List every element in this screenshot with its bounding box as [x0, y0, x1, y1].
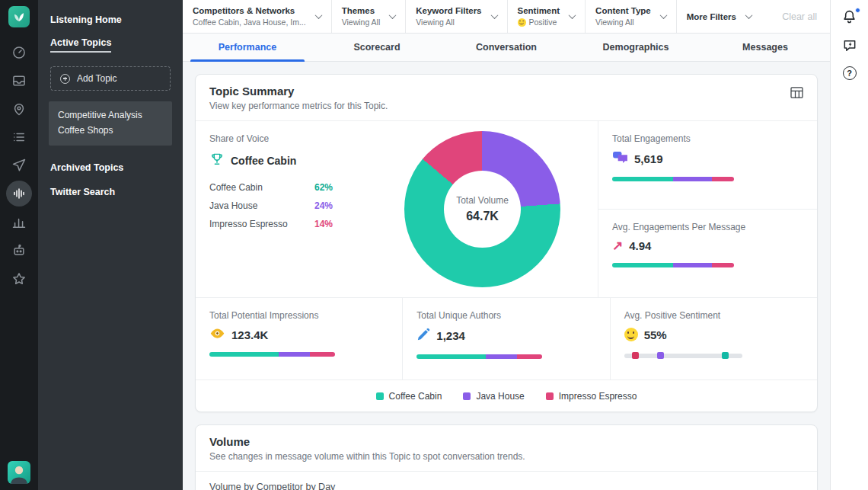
- positive-smiley-icon: [518, 18, 526, 27]
- sidebar-item-active-topics[interactable]: Active Topics: [50, 37, 111, 53]
- filter-themes[interactable]: Themes Viewing All: [332, 0, 407, 33]
- legend-coffee-cabin[interactable]: Coffee Cabin: [376, 391, 442, 402]
- unique-authors-bar: [416, 354, 542, 359]
- assistant-bubble-icon[interactable]: [842, 38, 857, 53]
- tab-conversation[interactable]: Conversation: [442, 34, 571, 61]
- total-engagements-value: 5,619: [634, 152, 663, 165]
- bell-icon[interactable]: [841, 9, 857, 25]
- smiley-icon: [624, 328, 638, 341]
- selected-topic-line2: Coffee Shops: [58, 123, 163, 139]
- user-avatar[interactable]: [8, 461, 30, 484]
- trophy-icon: [209, 152, 225, 170]
- tab-demographics[interactable]: Demographics: [571, 34, 700, 61]
- main-content: Competitors & Networks Coffee Cabin, Jav…: [183, 0, 830, 490]
- plus-icon: [60, 74, 70, 84]
- total-engagements-bar: [612, 177, 734, 181]
- tab-performance[interactable]: Performance: [183, 34, 312, 61]
- sidebar-item-selected-topic[interactable]: Competitive Analysis Coffee Shops: [49, 101, 172, 146]
- pin-icon[interactable]: [5, 94, 33, 123]
- positive-sentiment-metric: Avg. Positive Sentiment 55%: [610, 298, 817, 380]
- help-icon[interactable]: ?: [843, 66, 857, 80]
- impressions-metric: Total Potential Impressions 123.4K: [196, 298, 402, 380]
- sentiment-slider: [624, 354, 742, 358]
- filter-competitors-networks[interactable]: Competitors & Networks Coffee Cabin, Jav…: [183, 0, 332, 33]
- share-of-voice-leader: Coffee Cabin: [231, 155, 296, 167]
- tab-scorecard[interactable]: Scorecard: [312, 34, 442, 61]
- chevron-down-icon: [659, 11, 667, 19]
- chevron-down-icon: [569, 11, 576, 19]
- report-content: Topic Summary View key performance metri…: [183, 62, 830, 490]
- chevron-down-icon: [314, 11, 322, 19]
- topic-summary-card: Topic Summary View key performance metri…: [195, 74, 818, 412]
- sidebar-item-archived-topics[interactable]: Archived Topics: [38, 146, 183, 176]
- sentiment-knob-positive[interactable]: [722, 352, 729, 359]
- add-topic-label: Add Topic: [77, 73, 116, 84]
- topic-summary-subtitle: View key performance metrics for this To…: [209, 101, 388, 111]
- filter-more-filters[interactable]: More Filters: [677, 0, 761, 33]
- app-icon-rail: [0, 0, 38, 490]
- avg-engagements-value: 4.94: [629, 239, 651, 252]
- total-volume-donut-chart[interactable]: Total Volume 64.7K: [404, 131, 560, 287]
- list-icon[interactable]: [5, 123, 33, 151]
- sov-row-impresso-espresso[interactable]: Impresso Espresso 14%: [209, 219, 333, 229]
- chevron-down-icon: [490, 11, 498, 19]
- chevron-down-icon: [745, 11, 752, 19]
- topic-summary-title: Topic Summary: [209, 85, 388, 98]
- unique-authors-metric: Total Unique Authors 1,234: [402, 298, 609, 380]
- teal-swatch: [376, 392, 384, 400]
- competitor-legend: Coffee Cabin Java House Impresso Espress…: [196, 380, 817, 412]
- pencil-icon: [416, 328, 430, 344]
- pink-swatch: [546, 392, 554, 400]
- share-of-voice-label: Share of Voice: [209, 133, 367, 144]
- total-engagements-metric: Total Engagements 5,619: [598, 121, 817, 209]
- filter-keyword-filters[interactable]: Keyword Filters Viewing All: [406, 0, 507, 33]
- eye-icon: [209, 328, 225, 341]
- send-icon[interactable]: [5, 151, 33, 179]
- avg-engagements-metric: Avg. Engagements Per Message ↗ 4.94: [598, 209, 817, 297]
- sov-row-java-house[interactable]: Java House 24%: [209, 200, 333, 211]
- bar-chart-icon[interactable]: [5, 208, 33, 236]
- chevron-down-icon: [389, 11, 397, 19]
- positive-sentiment-value: 55%: [644, 328, 667, 341]
- clear-all-button[interactable]: Clear all: [769, 11, 830, 22]
- filter-bar: Competitors & Networks Coffee Cabin, Jav…: [183, 0, 830, 34]
- sentiment-knob-negative[interactable]: [632, 352, 639, 359]
- table-view-icon[interactable]: [790, 85, 803, 101]
- sentiment-knob-neutral[interactable]: [657, 352, 664, 359]
- bot-icon[interactable]: [5, 236, 33, 264]
- listening-sidebar: Listening Home Active Topics Add Topic C…: [38, 0, 183, 490]
- impressions-value: 123.4K: [231, 328, 268, 341]
- volume-subtitle: See changes in message volume within thi…: [209, 451, 525, 462]
- notification-dot: [855, 8, 860, 13]
- filter-sentiment[interactable]: Sentiment Positive: [508, 0, 586, 33]
- unique-authors-value: 1,234: [436, 329, 465, 342]
- engagement-metrics-panel: Total Engagements 5,619 Avg. Engagements…: [598, 121, 817, 297]
- gauge-icon[interactable]: [5, 38, 33, 66]
- filter-content-type[interactable]: Content Type Viewing All: [586, 0, 677, 33]
- chat-bubbles-icon: [612, 151, 628, 166]
- sidebar-item-listening-home[interactable]: Listening Home: [38, 0, 183, 30]
- tab-messages[interactable]: Messages: [700, 34, 830, 61]
- selected-topic-line1: Competitive Analysis: [58, 108, 163, 123]
- volume-section-label: Volume by Competitor by Day: [196, 471, 817, 490]
- sidebar-item-twitter-search[interactable]: Twitter Search: [38, 176, 183, 202]
- sprout-logo[interactable]: [8, 6, 30, 27]
- purple-swatch: [463, 392, 471, 400]
- volume-title: Volume: [209, 435, 525, 448]
- report-tabs: Performance Scorecard Conversation Demog…: [183, 34, 830, 62]
- donut-center-label: Total Volume: [456, 195, 509, 206]
- listening-waves-icon[interactable]: [6, 181, 32, 207]
- share-of-voice-panel: Share of Voice Coffee Cabin Coffee Cabin…: [196, 121, 367, 297]
- utility-rail: ?: [830, 0, 868, 490]
- volume-card: Volume See changes in message volume wit…: [195, 424, 818, 490]
- sov-row-coffee-cabin[interactable]: Coffee Cabin 62%: [209, 182, 333, 193]
- up-right-arrow-icon: ↗: [612, 239, 623, 252]
- star-icon[interactable]: [5, 264, 33, 293]
- legend-impresso-espresso[interactable]: Impresso Espresso: [546, 391, 637, 402]
- add-topic-button[interactable]: Add Topic: [50, 66, 171, 91]
- inbox-icon[interactable]: [5, 66, 33, 94]
- avg-engagements-bar: [612, 263, 734, 267]
- legend-java-house[interactable]: Java House: [463, 391, 524, 402]
- impressions-bar: [209, 352, 335, 357]
- donut-center-value: 64.7K: [466, 210, 499, 223]
